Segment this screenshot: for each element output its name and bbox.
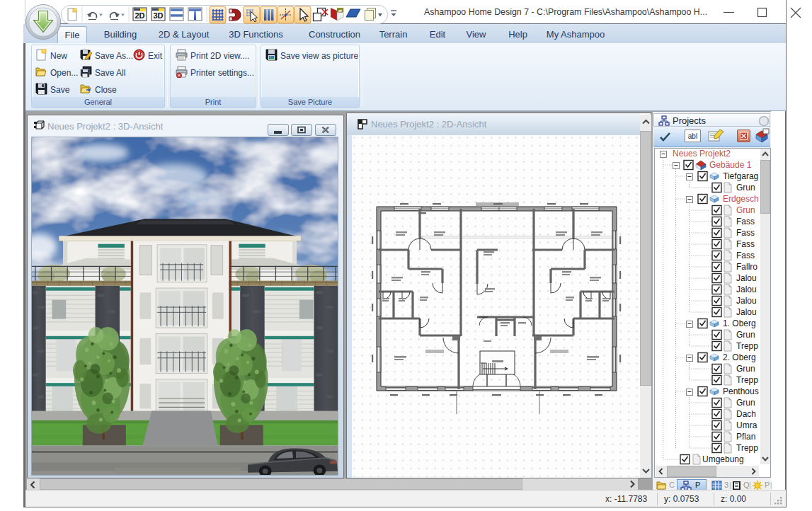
svg-text:Fass: Fass (736, 217, 755, 226)
svg-text:Jalou: Jalou (736, 307, 757, 317)
svg-text:Pflan: Pflan (736, 432, 755, 442)
svg-text:Fass: Fass (736, 251, 755, 260)
svg-text:Fass: Fass (736, 239, 755, 249)
svg-text:Jalou: Jalou (736, 273, 757, 283)
svg-text:Fass: Fass (736, 228, 755, 238)
svg-text:Trepp: Trepp (736, 341, 758, 351)
svg-text:Jalou: Jalou (736, 285, 757, 294)
svg-text:Umgebung: Umgebung (702, 454, 744, 464)
svg-text:Jalou: Jalou (736, 296, 757, 306)
svg-text:Grun: Grun (736, 398, 755, 408)
svg-text:Gebäude 1: Gebäude 1 (709, 160, 752, 170)
svg-text:Tiefgarag: Tiefgarag (723, 171, 758, 181)
svg-text:Neues Projekt2: Neues Projekt2 (673, 149, 731, 159)
svg-text:Fallro: Fallro (736, 262, 757, 272)
svg-text:1. Oberg: 1. Oberg (723, 318, 756, 328)
svg-text:2. Oberg: 2. Oberg (723, 352, 756, 362)
svg-text:Trepp: Trepp (736, 375, 758, 385)
svg-text:3D: 3D (153, 11, 163, 20)
svg-text:Erdgesch: Erdgesch (723, 194, 759, 204)
svg-text:Grun: Grun (736, 364, 755, 374)
svg-text:2D: 2D (135, 11, 144, 20)
svg-text:Grun: Grun (736, 330, 755, 340)
svg-text:Trepp: Trepp (736, 443, 758, 453)
svg-text:Penthous: Penthous (723, 386, 759, 396)
svg-text:Dach: Dach (736, 409, 756, 419)
svg-text:Umra: Umra (736, 420, 757, 430)
svg-text:Grun: Grun (736, 183, 755, 193)
svg-text:Grun: Grun (736, 205, 755, 215)
